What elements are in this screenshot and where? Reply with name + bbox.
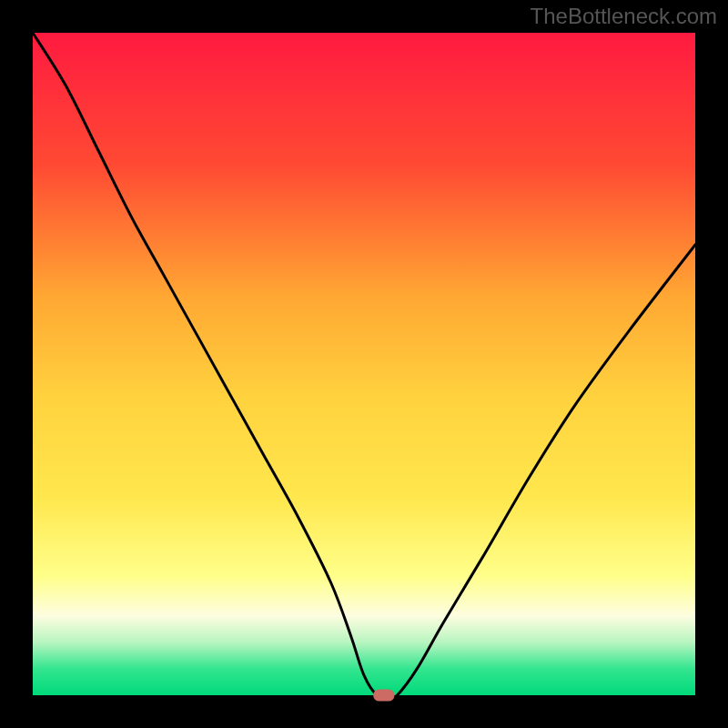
- optimal-point-marker: [373, 689, 394, 701]
- svg-rect-1: [33, 33, 695, 695]
- watermark-text: TheBottleneck.com: [531, 4, 717, 29]
- chart-svg: [0, 0, 728, 728]
- bottleneck-chart: TheBottleneck.com: [0, 0, 728, 728]
